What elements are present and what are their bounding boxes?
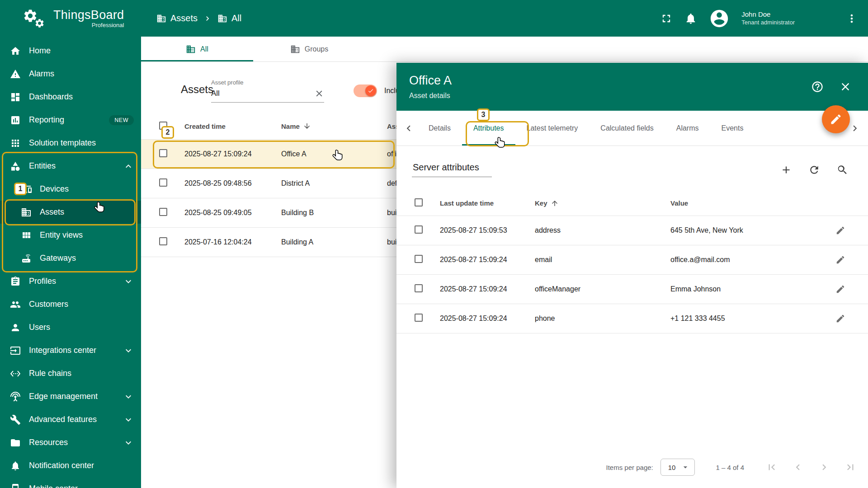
select-all-checkbox[interactable] (415, 198, 423, 206)
tab-groups[interactable]: Groups (253, 37, 365, 61)
breadcrumb-label: All (231, 13, 241, 23)
attribute-scope-select[interactable]: Server attributes (412, 162, 492, 177)
edit-attribute-icon[interactable] (835, 314, 845, 324)
cell-last-update-time: 2025-08-27 15:09:24 (440, 285, 535, 293)
sidebar-item-dashboards[interactable]: Dashboards (0, 85, 141, 108)
sidebar-item-solution-templates[interactable]: Solution templates (0, 131, 141, 155)
refresh-icon[interactable] (808, 164, 820, 176)
breadcrumb-all[interactable]: All (217, 13, 241, 23)
column-last-update-time[interactable]: Last update time (440, 199, 535, 207)
tab-all[interactable]: All (141, 37, 253, 61)
tab-details[interactable]: Details (417, 111, 462, 145)
close-icon[interactable] (839, 80, 852, 93)
sidebar: Home Alarms Dashboards ReportingNEW Solu… (0, 37, 141, 488)
sidebar-item-devices[interactable]: Devices (0, 178, 141, 201)
column-created-time[interactable]: Created time (184, 122, 281, 130)
attribute-row-email[interactable]: 2025-08-27 15:09:24 email office.a@mail.… (396, 245, 868, 275)
panel-title: Office A (409, 74, 452, 88)
tab-events[interactable]: Events (710, 111, 755, 145)
previous-page-icon[interactable] (792, 461, 804, 473)
devices-icon (21, 184, 32, 195)
row-checkbox[interactable] (159, 178, 167, 187)
last-page-icon[interactable] (844, 461, 856, 473)
attribute-row-address[interactable]: 2025-08-27 15:09:53 address 645 5th Ave,… (396, 216, 868, 245)
cell-created-time: 2025-08-25 09:49:05 (184, 209, 281, 217)
sidebar-item-integrations-center[interactable]: Integrations center (0, 339, 141, 362)
sidebar-item-home[interactable]: Home (0, 39, 141, 62)
row-checkbox[interactable] (415, 314, 423, 322)
first-page-icon[interactable] (766, 461, 778, 473)
asset-profile-filter[interactable]: Asset profile All (211, 79, 324, 103)
customers-icon (10, 299, 21, 310)
edit-attribute-icon[interactable] (835, 225, 845, 235)
help-icon[interactable] (811, 80, 824, 93)
notifications-bell-icon[interactable] (684, 12, 697, 25)
gear-icon (34, 18, 45, 28)
sidebar-item-gateways[interactable]: Gateways (0, 247, 141, 270)
column-name[interactable]: Name (281, 122, 387, 130)
row-checkbox[interactable] (415, 284, 423, 292)
sidebar-item-resources[interactable]: Resources (0, 431, 141, 454)
attributes-table: Last update time Key Value 2025-08-27 15… (396, 191, 868, 333)
check-icon (368, 88, 374, 94)
edit-attribute-icon[interactable] (835, 284, 845, 294)
sidebar-item-reporting[interactable]: ReportingNEW (0, 108, 141, 131)
fullscreen-icon[interactable] (660, 12, 673, 25)
app-header: ThingsBoard Professional Assets All John… (0, 0, 868, 37)
sidebar-item-advanced-features[interactable]: Advanced features (0, 408, 141, 431)
avatar[interactable] (709, 8, 730, 29)
toggle-switch[interactable] (354, 84, 377, 97)
cell-name: District A (281, 179, 387, 188)
select-all-checkbox[interactable] (159, 122, 167, 130)
items-per-page-value: 10 (668, 464, 676, 471)
sidebar-item-edge-management[interactable]: Edge management (0, 385, 141, 408)
tabs-scroll-right-icon[interactable] (849, 122, 861, 134)
attribute-row-office-manager[interactable]: 2025-08-27 15:09:24 officeManager Emma J… (396, 275, 868, 304)
sidebar-item-users[interactable]: Users (0, 316, 141, 339)
tab-calculated-fields[interactable]: Calculated fields (589, 111, 665, 145)
tab-alarms[interactable]: Alarms (665, 111, 710, 145)
assets-icon (156, 14, 166, 23)
add-attribute-icon[interactable] (780, 164, 792, 176)
breadcrumb-assets[interactable]: Assets (156, 13, 198, 23)
column-key[interactable]: Key (535, 199, 670, 207)
attribute-row-phone[interactable]: 2025-08-27 15:09:24 phone +1 121 333 445… (396, 304, 868, 333)
sidebar-item-notification-center[interactable]: Notification center (0, 454, 141, 477)
attributes-section: Server attributes Last update time Key V… (396, 162, 868, 333)
more-menu-icon[interactable] (845, 12, 858, 25)
sidebar-item-assets[interactable]: Assets (0, 201, 141, 224)
notification-center-icon (10, 460, 21, 471)
chevron-down-icon (123, 391, 134, 402)
tab-latest-telemetry[interactable]: Latest telemetry (515, 111, 590, 145)
items-per-page-select[interactable]: 10 (660, 459, 695, 476)
edit-fab[interactable] (822, 105, 850, 133)
clear-filter-icon[interactable] (314, 89, 324, 99)
row-checkbox[interactable] (415, 255, 423, 263)
tabs-scroll-left-icon[interactable] (403, 122, 415, 134)
sort-desc-icon (303, 122, 311, 130)
column-value[interactable]: Value (670, 199, 835, 207)
next-page-icon[interactable] (818, 461, 830, 473)
sidebar-item-label: Devices (40, 184, 69, 194)
new-badge: NEW (109, 115, 134, 125)
row-checkbox[interactable] (159, 149, 167, 157)
row-checkbox[interactable] (415, 225, 423, 234)
sidebar-item-customers[interactable]: Customers (0, 293, 141, 316)
edit-attribute-icon[interactable] (835, 255, 845, 265)
chevron-down-icon (123, 437, 134, 448)
sidebar-item-entities[interactable]: Entities (0, 155, 141, 178)
sidebar-item-profiles[interactable]: Profiles (0, 270, 141, 293)
sidebar-item-entity-views[interactable]: Entity views (0, 224, 141, 247)
row-checkbox[interactable] (159, 237, 167, 245)
tab-attributes[interactable]: Attributes (462, 111, 515, 145)
chevron-right-icon (203, 14, 212, 23)
sidebar-item-alarms[interactable]: Alarms (0, 62, 141, 85)
row-checkbox[interactable] (159, 208, 167, 216)
items-per-page-label: Items per page: (606, 464, 653, 471)
search-icon[interactable] (836, 164, 848, 176)
sidebar-item-rule-chains[interactable]: Rule chains (0, 362, 141, 385)
assets-icon (21, 207, 32, 218)
chevron-down-icon (681, 463, 690, 472)
sidebar-item-label: Profiles (29, 277, 56, 286)
sidebar-item-mobile-center[interactable]: Mobile center (0, 477, 141, 488)
